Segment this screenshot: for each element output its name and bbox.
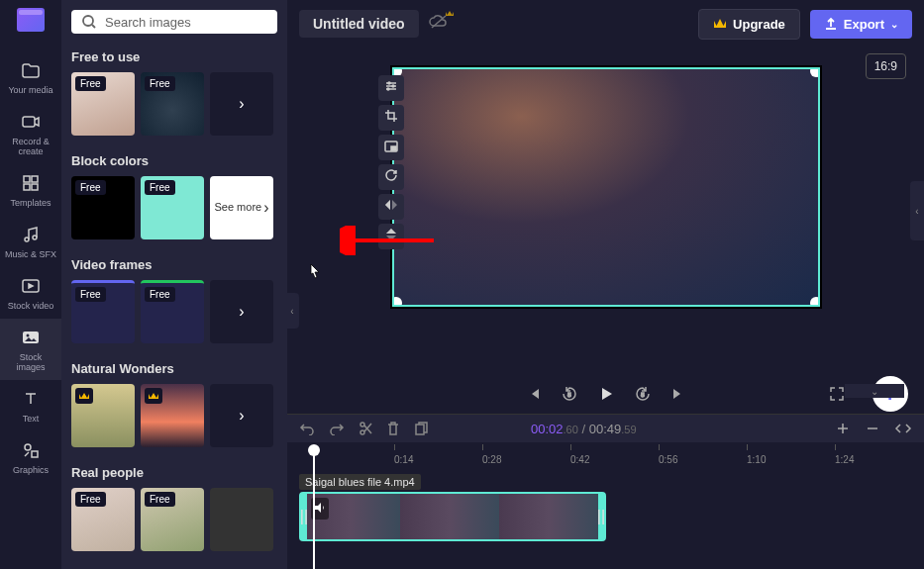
upgrade-button[interactable]: Upgrade xyxy=(698,9,800,40)
export-button[interactable]: Export ⌄ xyxy=(810,10,912,39)
redo-button[interactable] xyxy=(329,422,345,435)
timeline-ruler[interactable]: 0:14 0:28 0:42 0:56 1:10 1:24 xyxy=(287,442,924,468)
total-time: 00:49 xyxy=(589,422,622,436)
rail-your-media[interactable]: Your media xyxy=(0,51,61,103)
free-badge: Free xyxy=(75,287,106,302)
svg-rect-1 xyxy=(24,176,30,182)
image-card[interactable]: Free xyxy=(141,488,204,551)
see-more-card[interactable]: › xyxy=(210,280,273,343)
undo-button[interactable] xyxy=(299,422,315,435)
color-card-black[interactable]: Free xyxy=(71,176,135,239)
flip-h-button[interactable] xyxy=(378,194,404,220)
rotate-button[interactable] xyxy=(378,164,404,190)
clip-trim-right[interactable]: || xyxy=(598,494,604,539)
section-title: Natural Wonders xyxy=(71,361,277,376)
see-more-label: See more xyxy=(214,201,261,214)
preview-clip-selection[interactable] xyxy=(392,67,820,307)
rail-music-sfx[interactable]: Music & SFX xyxy=(0,216,61,267)
resize-handle-br[interactable] xyxy=(810,297,820,307)
image-card[interactable] xyxy=(71,384,135,447)
section-title: Block colors xyxy=(71,153,277,168)
duplicate-button[interactable] xyxy=(414,421,428,436)
search-input[interactable] xyxy=(105,15,271,30)
frame-card[interactable]: Free xyxy=(141,280,204,343)
zoom-fit-button[interactable] xyxy=(894,422,912,435)
fullscreen-button[interactable] xyxy=(829,386,845,402)
folder-icon xyxy=(20,59,42,81)
rail-label: Stock video xyxy=(8,301,54,311)
delete-button[interactable] xyxy=(386,421,400,436)
rewind-button[interactable]: 5 xyxy=(560,384,579,404)
aspect-ratio-button[interactable]: 16:9 xyxy=(866,53,906,79)
rail-label: Music & SFX xyxy=(5,249,56,259)
rail-text[interactable]: Text xyxy=(0,380,61,431)
timecode-display: 00:02.60 / 00:49.59 xyxy=(531,422,637,436)
preview-tool-rail xyxy=(378,75,404,249)
section-title: Real people xyxy=(71,465,277,480)
pip-button[interactable] xyxy=(378,135,404,160)
crop-button[interactable] xyxy=(378,105,404,131)
graphics-icon xyxy=(20,439,42,461)
flip-h-icon xyxy=(384,198,398,216)
search-box[interactable] xyxy=(71,10,277,34)
templates-icon xyxy=(20,172,42,194)
playhead[interactable] xyxy=(313,446,315,569)
skip-end-button[interactable] xyxy=(670,386,686,402)
right-panel-expand-tab[interactable]: ‹ xyxy=(910,181,924,240)
svg-point-21 xyxy=(360,430,364,434)
chevron-right-icon: › xyxy=(239,95,244,113)
add-track-button[interactable] xyxy=(835,421,851,436)
svg-text:5: 5 xyxy=(567,392,571,398)
flip-v-button[interactable] xyxy=(378,224,404,249)
svg-rect-22 xyxy=(416,425,424,434)
skip-start-button[interactable] xyxy=(526,386,542,402)
project-title[interactable]: Untitled video xyxy=(299,10,419,38)
ruler-mark: 0:56 xyxy=(659,454,677,465)
preview-area: 16:9 ‹ xyxy=(287,47,924,374)
upload-icon xyxy=(824,17,838,31)
frame-card[interactable]: Free xyxy=(71,280,135,343)
see-more-block-colors[interactable]: See more › xyxy=(210,176,273,239)
see-more-card[interactable]: › xyxy=(210,72,273,136)
music-icon xyxy=(20,224,42,245)
color-card-teal[interactable]: Free xyxy=(141,176,204,239)
free-badge: Free xyxy=(145,287,175,302)
adjust-button[interactable] xyxy=(378,75,404,101)
rail-stock-video[interactable]: Stock video xyxy=(0,267,61,319)
play-button[interactable] xyxy=(597,385,615,403)
forward-button[interactable]: 5 xyxy=(633,384,653,404)
see-more-card[interactable]: › xyxy=(210,384,273,447)
left-rail: Your media Record & create Templates Mus… xyxy=(0,0,61,569)
zoom-out-button[interactable] xyxy=(865,421,880,436)
rail-graphics[interactable]: Graphics xyxy=(0,431,61,483)
rail-stock-images[interactable]: Stock images xyxy=(0,319,61,380)
see-more-card[interactable] xyxy=(210,488,273,551)
rotate-icon xyxy=(384,168,398,186)
image-card[interactable] xyxy=(141,384,204,447)
svg-point-8 xyxy=(25,444,31,450)
timeline-expand-tab[interactable]: ⌄ xyxy=(845,384,904,398)
track-row: Saigal blues file 4.mp4 || || xyxy=(287,468,924,545)
free-badge: Free xyxy=(145,76,175,91)
svg-rect-4 xyxy=(32,184,38,190)
rail-record-create[interactable]: Record & create xyxy=(0,103,61,164)
rail-label: Text xyxy=(23,414,40,424)
chevron-right-icon: › xyxy=(239,407,244,425)
svg-rect-6 xyxy=(23,332,39,343)
svg-point-15 xyxy=(387,88,389,90)
free-badge: Free xyxy=(75,492,106,507)
timeline-clip[interactable]: || || xyxy=(299,492,606,541)
split-button[interactable] xyxy=(359,421,372,436)
image-card[interactable]: Free xyxy=(71,72,135,136)
resize-handle-bl[interactable] xyxy=(392,297,402,307)
sidebar-collapse-tab[interactable]: ‹ xyxy=(285,293,299,329)
crop-icon xyxy=(384,109,398,127)
image-card[interactable]: Free xyxy=(71,488,135,551)
rail-templates[interactable]: Templates xyxy=(0,164,61,216)
timeline[interactable]: 0:14 0:28 0:42 0:56 1:10 1:24 Saigal blu… xyxy=(287,442,924,569)
svg-rect-17 xyxy=(391,146,396,150)
topbar: Untitled video Upgrade Export ⌄ xyxy=(287,0,924,47)
cloud-sync-icon xyxy=(429,14,449,34)
video-preview[interactable] xyxy=(390,65,822,309)
image-card[interactable]: Free xyxy=(141,72,204,136)
